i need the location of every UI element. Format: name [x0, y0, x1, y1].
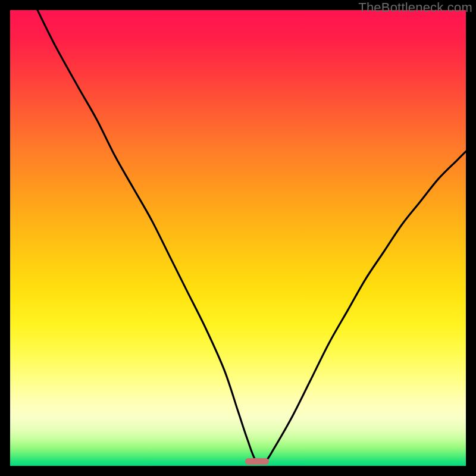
optimal-marker	[245, 458, 269, 465]
curve-path	[37, 10, 466, 464]
bottleneck-curve	[10, 10, 466, 466]
plot-area	[10, 10, 466, 466]
chart-stage: TheBottleneck.com	[0, 0, 476, 476]
watermark-text: TheBottleneck.com	[358, 0, 472, 15]
